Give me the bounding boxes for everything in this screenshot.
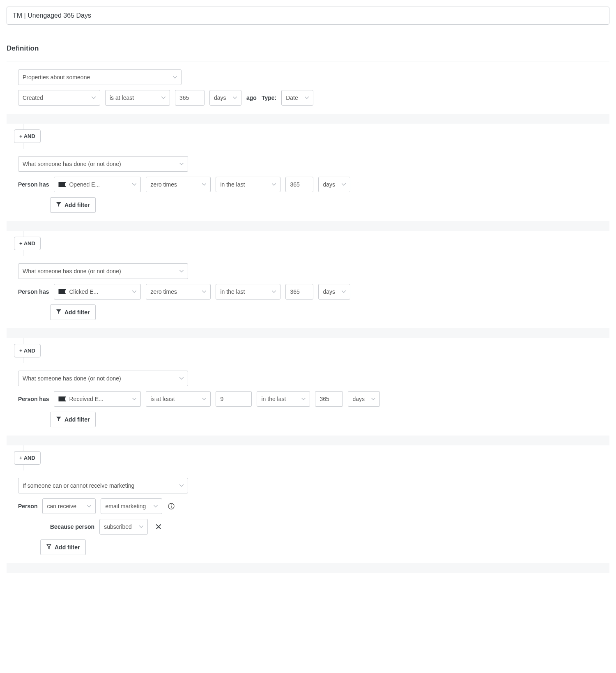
connector: + AND [7,124,609,149]
metric-select[interactable]: Received E... [54,391,141,407]
chevron-down-icon [167,76,177,78]
operator-select[interactable]: is at least [105,90,170,106]
add-filter-label: Add filter [64,416,90,423]
category-select[interactable]: What someone has done (or not done) [18,371,188,386]
person-has-label: Person has [18,288,49,295]
condition-group: What someone has done (or not done) Pers… [7,149,609,221]
category-select[interactable]: If someone can or cannot receive marketi… [18,478,188,493]
metric-label: Opened E... [69,181,100,188]
metric-label: Clicked E... [69,288,98,295]
condition-group: If someone can or cannot receive marketi… [7,470,609,563]
and-button[interactable]: + AND [14,451,41,465]
person-has-label: Person has [18,181,49,188]
add-filter-button[interactable]: Add filter [50,304,96,320]
unit-select[interactable]: days [209,90,241,106]
timeunit-select[interactable]: days [348,391,380,407]
and-button[interactable]: + AND [14,237,41,250]
operator-select[interactable]: zero times [146,177,211,192]
add-filter-button[interactable]: Add filter [50,197,96,213]
metric-select[interactable]: Opened E... [54,177,141,192]
timeunit-select[interactable]: days [318,284,350,300]
remove-reason-button[interactable] [153,521,164,532]
operator-select[interactable]: is at least [146,391,211,407]
chevron-down-icon [133,525,143,528]
property-label: Created [23,94,43,101]
unit-label: days [214,94,226,101]
connector: + AND [7,338,609,363]
add-filter-label: Add filter [55,544,80,551]
count-input[interactable]: 9 [216,391,252,407]
operator-label: is at least [150,396,175,402]
timeunit-label: days [323,181,335,188]
chevron-down-icon [196,398,206,400]
segment-title-input[interactable] [7,7,609,25]
timevalue-input[interactable]: 365 [285,177,313,192]
timeunit-label: days [352,396,365,402]
definition-canvas: Properties about someone Created is at l… [7,62,609,573]
consent-channel-label: email marketing [105,503,146,509]
group-gap [7,114,609,124]
condition-group: What someone has done (or not done) Pers… [7,256,609,328]
chevron-down-icon [81,505,91,507]
count-text: 9 [220,396,223,402]
operator-label: zero times [150,288,177,295]
timeop-select[interactable]: in the last [257,391,310,407]
flag-icon [58,182,66,187]
consent-channel-select[interactable]: email marketing [101,498,162,514]
chevron-down-icon [126,398,136,400]
timeop-label: in the last [220,288,245,295]
chevron-down-icon [299,97,309,99]
timevalue-text: 365 [290,181,299,188]
category-select[interactable]: What someone has done (or not done) [18,156,188,172]
timevalue-input[interactable]: 365 [285,284,313,300]
timeop-select[interactable]: in the last [216,284,280,300]
timeop-label: in the last [220,181,245,188]
chevron-down-icon [227,97,237,99]
type-select[interactable]: Date [281,90,313,106]
chevron-down-icon [336,183,346,186]
consent-reason-select[interactable]: subscribed [99,519,148,535]
condition-group: What someone has done (or not done) Pers… [7,363,609,436]
category-select[interactable]: Properties about someone [18,69,182,85]
chevron-down-icon [196,183,206,186]
timevalue-input[interactable]: 365 [315,391,343,407]
chevron-down-icon [174,484,184,487]
consent-verb-select[interactable]: can receive [42,498,96,514]
person-label: Person [18,503,37,509]
category-label: What someone has done (or not done) [23,375,121,382]
timeunit-select[interactable]: days [318,177,350,192]
property-select[interactable]: Created [18,90,100,106]
consent-verb-label: can receive [47,503,76,509]
group-gap [7,328,609,338]
and-button[interactable]: + AND [14,344,41,357]
operator-select[interactable]: zero times [146,284,211,300]
funnel-solid-icon [56,309,61,316]
svg-point-1 [171,505,172,505]
chevron-down-icon [196,290,206,293]
timevalue-text: 365 [290,288,299,295]
category-label: What someone has done (or not done) [23,268,121,274]
and-button[interactable]: + AND [14,129,41,143]
chevron-down-icon [148,505,158,507]
flag-icon [58,289,66,294]
info-icon[interactable] [167,502,175,510]
svg-rect-2 [171,506,172,508]
timevalue-text: 365 [319,396,329,402]
value-input[interactable]: 365 [175,90,205,106]
group-gap [7,221,609,231]
category-label: What someone has done (or not done) [23,161,121,167]
chevron-down-icon [174,377,184,380]
chevron-down-icon [336,290,346,293]
timeop-select[interactable]: in the last [216,177,280,192]
operator-label: is at least [110,94,134,101]
chevron-down-icon [156,97,165,99]
chevron-down-icon [365,398,375,400]
connector: + AND [7,231,609,256]
add-filter-label: Add filter [64,309,90,316]
category-select[interactable]: What someone has done (or not done) [18,263,188,279]
add-filter-button[interactable]: Add filter [40,539,86,555]
add-filter-button[interactable]: Add filter [50,412,96,427]
category-label: If someone can or cannot receive marketi… [23,482,134,489]
metric-select[interactable]: Clicked E... [54,284,141,300]
chevron-down-icon [266,290,276,293]
